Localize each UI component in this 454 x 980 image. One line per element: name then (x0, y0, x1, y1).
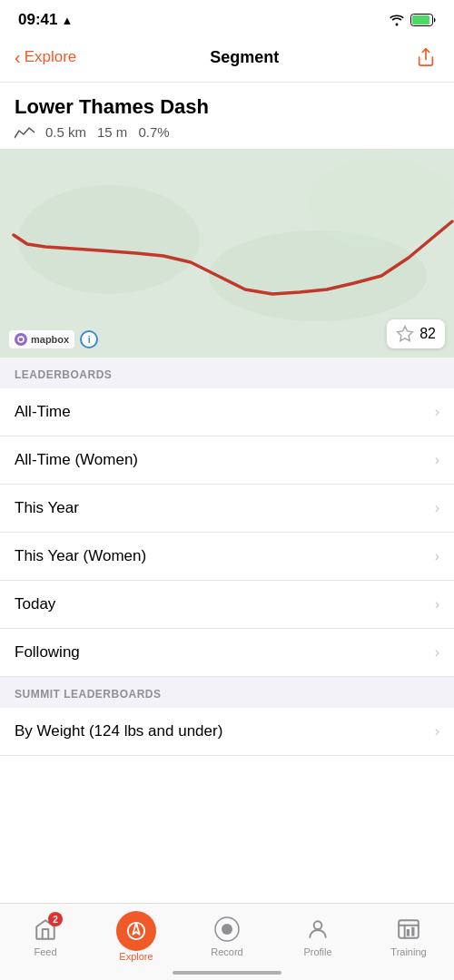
svg-marker-11 (133, 923, 139, 935)
chevron-right-icon: › (435, 404, 439, 420)
svg-rect-19 (407, 929, 410, 936)
training-icon-wrap (395, 916, 422, 943)
explore-label: Explore (119, 951, 153, 962)
status-bar: 09:41 ▲ (0, 0, 454, 36)
feed-badge: 2 (48, 912, 63, 926)
list-item-label: Today (15, 595, 55, 613)
segment-stats: 0.5 km 15 m 0.7% (15, 124, 439, 140)
segment-elevation: 15 m (97, 124, 127, 140)
segment-name: Lower Thames Dash (15, 95, 439, 119)
profile-icon-wrap (304, 916, 331, 943)
location-icon: ▲ (61, 14, 73, 27)
segment-distance: 0.5 km (45, 124, 86, 140)
summit-header: SUMMIT LEADERBOARDS (0, 677, 454, 708)
record-icon-wrap (213, 916, 241, 943)
mapbox-logo: mapbox (9, 330, 74, 348)
chevron-right-icon: › (435, 548, 439, 564)
star-badge[interactable]: 82 (387, 319, 445, 348)
svg-point-14 (222, 924, 232, 935)
svg-point-15 (314, 921, 322, 929)
tab-training[interactable]: Training (372, 916, 445, 957)
feed-icon-wrap: 2 (32, 916, 59, 943)
tab-feed[interactable]: 2 Feed (9, 916, 82, 957)
profile-label: Profile (303, 946, 331, 957)
page-title: Segment (210, 48, 279, 67)
svg-point-6 (309, 158, 454, 249)
chevron-right-icon: › (435, 500, 439, 516)
share-button[interactable] (412, 44, 439, 71)
svg-rect-20 (411, 927, 414, 936)
list-item-label: This Year (Women) (15, 547, 146, 565)
segment-info: Lower Thames Dash 0.5 km 15 m 0.7% (0, 83, 454, 149)
chevron-left-icon: ‹ (15, 48, 21, 66)
explore-icon-wrap (116, 911, 156, 951)
training-label: Training (390, 946, 426, 957)
back-label: Explore (25, 48, 77, 66)
list-item-label: All-Time (Women) (15, 451, 138, 469)
chevron-right-icon: › (435, 723, 439, 740)
map-container: mapbox i 82 (0, 149, 454, 358)
svg-marker-10 (398, 327, 413, 341)
map-attribution: mapbox i (9, 330, 98, 348)
home-bar (173, 971, 281, 975)
info-button[interactable]: i (80, 330, 98, 348)
feed-label: Feed (34, 946, 56, 957)
star-count: 82 (419, 326, 436, 342)
elevation-icon (15, 126, 35, 139)
map-svg (0, 149, 454, 358)
nav-header: ‹ Explore Segment (0, 36, 454, 83)
segment-gradient: 0.7% (138, 124, 169, 140)
mapbox-icon (15, 333, 27, 346)
wifi-icon (389, 14, 405, 26)
list-item[interactable]: This Year › (0, 485, 454, 533)
record-label: Record (211, 946, 242, 957)
list-item[interactable]: All-Time (Women) › (0, 436, 454, 485)
compass-icon (126, 921, 146, 941)
record-icon (214, 916, 240, 942)
list-item[interactable]: By Weight (124 lbs and under) › (0, 708, 454, 756)
battery-icon (410, 14, 436, 26)
tab-bar: 2 Feed Explore Record (0, 903, 454, 980)
content-scroll: LEADERBOARDS All-Time › All-Time (Women)… (0, 358, 454, 847)
tab-profile[interactable]: Profile (281, 916, 354, 957)
back-button[interactable]: ‹ Explore (15, 48, 76, 66)
list-item[interactable]: All-Time › (0, 388, 454, 436)
tab-explore[interactable]: Explore (100, 911, 173, 962)
chevron-right-icon: › (435, 452, 439, 468)
list-item[interactable]: This Year (Women) › (0, 533, 454, 581)
chevron-right-icon: › (435, 644, 439, 661)
list-item[interactable]: Following › (0, 629, 454, 677)
list-item-label: Following (15, 643, 80, 662)
mapbox-text: mapbox (31, 334, 69, 345)
chart-icon (397, 917, 420, 941)
list-item[interactable]: Today › (0, 581, 454, 629)
star-icon (396, 325, 414, 343)
leaderboards-header: LEADERBOARDS (0, 358, 454, 388)
status-icons (389, 14, 436, 26)
svg-point-7 (15, 333, 27, 346)
person-icon (306, 917, 330, 941)
list-item-label: By Weight (124 lbs and under) (15, 722, 222, 740)
list-item-label: All-Time (15, 403, 71, 421)
svg-rect-1 (412, 15, 429, 24)
chevron-right-icon: › (435, 596, 439, 612)
status-time: 09:41 ▲ (18, 11, 73, 29)
svg-point-9 (20, 337, 22, 338)
svg-point-4 (18, 185, 200, 294)
list-item-label: This Year (15, 499, 79, 517)
tab-record[interactable]: Record (191, 916, 263, 957)
time-display: 09:41 (18, 11, 57, 29)
